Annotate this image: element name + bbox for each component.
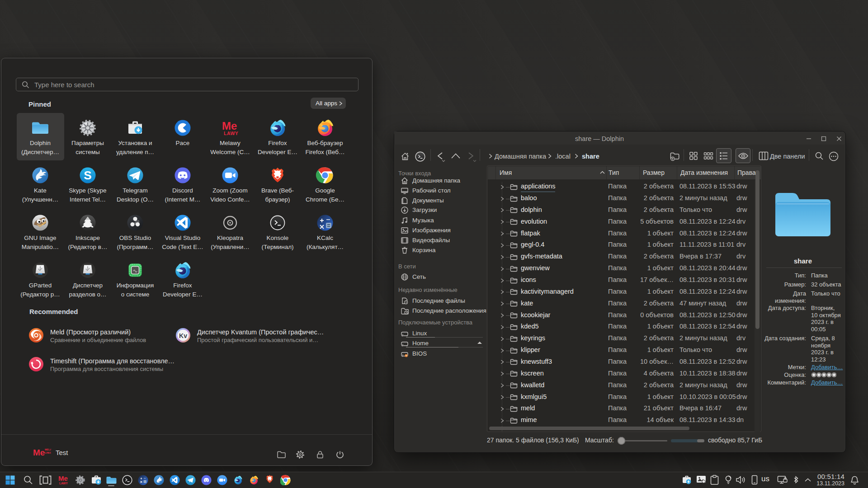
svg-text:LINUX: LINUX: [45, 451, 51, 454]
svg-text:LAWY: LAWY: [59, 482, 68, 485]
svg-text:Me: Me: [58, 474, 68, 482]
svg-text:LAWY: LAWY: [224, 131, 238, 136]
svg-text:MELAWY: MELAWY: [45, 448, 51, 451]
svg-text:S: S: [84, 169, 91, 182]
svg-text:Kv: Kv: [179, 332, 187, 339]
svg-text:Me: Me: [33, 448, 45, 457]
svg-text:Me: Me: [222, 120, 237, 132]
